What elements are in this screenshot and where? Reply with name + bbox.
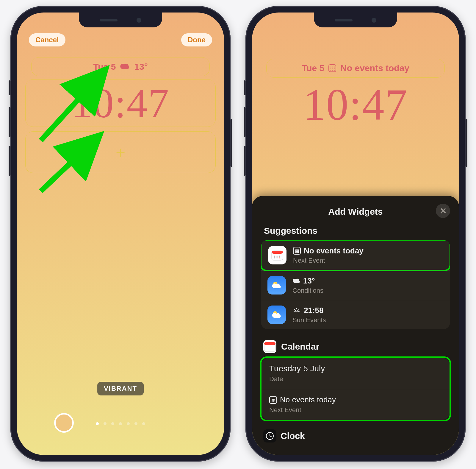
svg-rect-3 [272, 251, 283, 254]
calendar-app-icon [263, 340, 276, 353]
svg-point-6 [277, 255, 278, 256]
date-widget-row[interactable]: Tue 5 No events today [266, 59, 445, 78]
cancel-button[interactable]: Cancel [29, 33, 65, 46]
calendar-app-icon [268, 246, 286, 264]
widget-title: No events today [280, 395, 336, 404]
done-button[interactable]: Done [181, 33, 212, 46]
temperature-text: 13° [134, 62, 148, 72]
suggestion-row[interactable]: ▦ No events today Next Event [262, 241, 450, 270]
calendar-widgets-group: Tuesday 5 July Date ▦ No events today Ne… [262, 358, 450, 420]
svg-point-8 [274, 257, 275, 258]
sheet-title: Add Widgets [261, 207, 450, 217]
color-filter-label: VIBRANT [97, 382, 144, 395]
add-widgets-slot[interactable]: ＋ [25, 131, 216, 173]
suggestion-title: No events today [304, 246, 364, 255]
svg-point-5 [275, 255, 276, 256]
suggestion-title: 21:58 [304, 306, 324, 315]
suggestions-heading: Suggestions [264, 226, 450, 236]
svg-point-10 [277, 257, 278, 258]
suggestion-row[interactable]: 21:58 Sun Events [261, 300, 450, 329]
svg-point-11 [279, 257, 280, 258]
date-widget-slot[interactable]: Tue 5 13° [31, 57, 210, 76]
svg-point-4 [274, 255, 275, 256]
suggestion-subtitle: Conditions [292, 287, 323, 295]
svg-point-9 [275, 257, 276, 258]
date-text: Tue 5 [302, 63, 324, 73]
svg-point-7 [279, 255, 280, 256]
svg-rect-15 [264, 342, 275, 345]
add-widgets-sheet: Add Widgets ✕ Suggestions ▦ [252, 196, 459, 455]
calendar-glyph-icon: ▦ [293, 247, 301, 255]
sunrise-icon [292, 306, 301, 315]
weather-app-icon [267, 306, 286, 324]
weather-app-icon [267, 276, 286, 295]
close-button[interactable]: ✕ [436, 204, 450, 218]
suggestion-subtitle: Sun Events [292, 316, 326, 324]
calendar-widget-text: No events today [340, 63, 409, 73]
calendar-widget-row[interactable]: ▦ No events today Next Event [262, 389, 450, 420]
clock-display: 10:47 [260, 81, 451, 128]
weather-cloud-icon [120, 62, 130, 72]
calendar-glyph-icon: ▦ [269, 396, 277, 404]
plus-icon: ＋ [113, 142, 128, 163]
close-icon: ✕ [440, 206, 447, 216]
phone-left: Cancel Done Tue 5 13° 10:47 ＋ [10, 6, 231, 462]
wallpaper-swatch[interactable] [56, 415, 72, 431]
cloud-icon [292, 276, 300, 286]
calendar-widget-row[interactable]: Tuesday 5 July Date [262, 358, 450, 389]
clock-section-header: Clock [263, 429, 450, 442]
suggestions-group: ▦ No events today Next Event [261, 240, 450, 329]
widget-subtitle: Date [269, 375, 325, 383]
calendar-section-header: Calendar [263, 340, 450, 353]
suggestion-subtitle: Next Event [293, 257, 364, 264]
clock-app-icon [263, 429, 276, 442]
lock-screen-editor: Cancel Done Tue 5 13° 10:47 ＋ [17, 13, 224, 455]
calendar-glyph-icon [328, 64, 336, 72]
date-text: Tue 5 [93, 62, 116, 72]
widget-title: Tuesday 5 July [269, 364, 325, 373]
suggestion-row[interactable]: 13° Conditions [261, 270, 450, 300]
lock-screen-with-sheet: Tue 5 No events today 10:47 Add Widgets … [252, 13, 459, 455]
suggestion-title: 13° [303, 276, 315, 286]
phone-right: Tue 5 No events today 10:47 Add Widgets … [245, 6, 466, 462]
device-notch [314, 13, 397, 27]
page-dots[interactable] [96, 422, 145, 425]
widget-subtitle: Next Event [269, 406, 336, 414]
device-notch [79, 13, 162, 27]
clock-slot[interactable]: 10:47 [25, 79, 216, 127]
